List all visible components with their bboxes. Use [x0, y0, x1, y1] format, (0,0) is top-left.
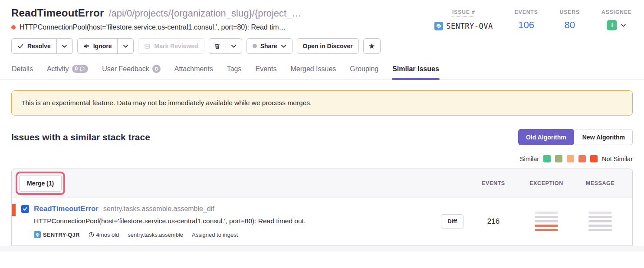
exception-similarity-bars [535, 212, 558, 231]
chevron-down-icon [62, 43, 67, 49]
ignore-button[interactable]: Ignore [77, 38, 118, 54]
share-button[interactable]: Share [246, 38, 292, 54]
page-background-strip [0, 246, 644, 251]
delete-button[interactable] [209, 38, 226, 54]
table-header: Merge (1) EVENTS EXCEPTION MESSAGE [12, 169, 632, 198]
chevron-down-icon [123, 43, 128, 49]
row-issue-culprit: sentry.tasks.assemble.assemble_dif [103, 205, 214, 213]
events-label: EVENTS [515, 9, 538, 15]
similar-issue-row: ReadTimeoutError sentry.tasks.assemble.a… [12, 198, 632, 246]
tab-events[interactable]: Events [255, 61, 277, 79]
issue-subtitle: HTTPConnectionPool(host='filestore.servi… [20, 23, 286, 31]
resolve-dropdown-button[interactable] [57, 38, 73, 54]
issue-stats: ISSUE # SENTRY-QVA EVENTS 106 USERS 80 A… [434, 7, 632, 32]
stat-users: USERS 80 [560, 8, 580, 32]
python-icon [34, 231, 41, 238]
mark-reviewed-button[interactable]: Mark Reviewed [138, 38, 204, 54]
column-header-message: MESSAGE [573, 180, 627, 186]
bookmark-button[interactable]: ★ [363, 38, 381, 54]
similar-issues-table: Merge (1) EVENTS EXCEPTION MESSAGE ReadT… [11, 169, 633, 246]
users-label: USERS [560, 9, 580, 15]
stat-issue-id: ISSUE # SENTRY-QVA [434, 8, 493, 32]
legend-swatch-5 [590, 155, 598, 162]
row-short-id: SENTRY-QJR [34, 231, 80, 238]
clock-icon [89, 232, 94, 238]
events-count-link[interactable]: 106 [515, 20, 538, 31]
assignee-selector[interactable]: I [607, 20, 626, 30]
section-heading: Issues with a similar stack trace [11, 132, 150, 142]
row-age: 4mos old [89, 232, 119, 238]
tab-attachments[interactable]: Attachments [174, 61, 214, 79]
annotation-highlight: Merge (1) [16, 172, 65, 195]
delete-dropdown-button[interactable] [226, 38, 242, 54]
legend-swatch-4 [578, 155, 586, 162]
experimental-feature-alert: This is an experimental feature. Data ma… [11, 90, 633, 116]
chevron-down-icon [621, 23, 626, 28]
tab-tags[interactable]: Tags [227, 61, 242, 79]
open-in-discover-button[interactable]: Open in Discover [297, 38, 359, 54]
tab-similar-issues[interactable]: Similar Issues [392, 61, 440, 79]
stat-events: EVENTS 106 [515, 8, 538, 32]
merge-button[interactable]: Merge (1) [19, 175, 62, 192]
row-location: sentry.tasks.assemble [128, 232, 183, 238]
tab-details[interactable]: Details [11, 61, 33, 79]
open-in-discover-label: Open in Discover [303, 43, 353, 50]
mark-reviewed-label: Mark Reviewed [154, 43, 198, 50]
assignee-avatar: I [607, 20, 617, 30]
row-assignment: Assigned to ingest [192, 232, 238, 238]
chevron-down-icon [281, 43, 286, 49]
old-algorithm-button[interactable]: Old Algorithm [518, 129, 574, 145]
check-icon [17, 43, 24, 50]
row-short-id-label: SENTRY-QJR [43, 232, 80, 238]
stat-assignee: ASSIGNEE I [601, 8, 632, 32]
row-issue-title-link[interactable]: ReadTimeoutError [34, 205, 99, 213]
user-feedback-count-badge: 0 [152, 65, 161, 73]
legend-not-similar-label: Not Similar [602, 156, 633, 162]
tab-activity[interactable]: Activity 0 [46, 61, 89, 79]
resolve-button[interactable]: Resolve [11, 38, 57, 54]
assignee-label: ASSIGNEE [601, 9, 632, 15]
ignore-dropdown-button[interactable] [118, 38, 134, 54]
action-toolbar: Resolve Ignore Mark Reviewed Share Open … [11, 38, 633, 54]
row-events-count: 216 [467, 217, 519, 226]
chevron-down-icon [231, 43, 237, 49]
comment-bubble-icon [79, 66, 85, 72]
algorithm-toggle: Old Algorithm New Algorithm [518, 129, 633, 145]
issue-short-id[interactable]: SENTRY-QVA [446, 22, 493, 30]
issue-tabs: Details Activity 0 User Feedback 0 Attac… [0, 61, 644, 80]
legend-swatch-1 [543, 155, 551, 162]
trash-icon [214, 43, 220, 50]
row-issue-message: HTTPConnectionPool(host='filestore.servi… [34, 217, 437, 225]
issue-culprit: /api/0/projects/{organization_slug}/{pro… [108, 8, 301, 19]
column-header-exception: EXCEPTION [519, 180, 573, 186]
similarity-score-bar [12, 204, 16, 216]
tab-user-feedback[interactable]: User Feedback 0 [102, 61, 161, 79]
diff-button[interactable]: Diff [441, 214, 463, 228]
column-header-events: EVENTS [467, 180, 519, 186]
archive-icon [144, 43, 151, 50]
tab-merged-issues[interactable]: Merged Issues [290, 61, 336, 79]
alert-text: This is an experimental feature. Data ma… [21, 99, 312, 106]
python-icon [434, 22, 443, 30]
share-label: Share [260, 43, 277, 50]
legend-similar-label: Similar [520, 156, 539, 162]
mute-icon [83, 43, 90, 50]
issue-title: ReadTimeoutError [11, 7, 104, 19]
ignore-label: Ignore [93, 43, 112, 50]
tab-grouping[interactable]: Grouping [349, 61, 379, 79]
resolve-label: Resolve [27, 43, 51, 50]
similarity-legend: Similar Not Similar [11, 155, 633, 162]
legend-swatch-3 [567, 155, 574, 162]
issue-header: ReadTimeoutError /api/0/projects/{organi… [0, 0, 644, 32]
new-algorithm-button[interactable]: New Algorithm [572, 129, 633, 145]
message-similarity-bars [588, 212, 612, 231]
issue-number-label: ISSUE # [452, 9, 475, 17]
users-count-link[interactable]: 80 [560, 20, 580, 31]
legend-swatch-2 [555, 155, 562, 162]
activity-count-badge: 0 [72, 65, 89, 73]
star-icon: ★ [368, 43, 375, 50]
error-level-dot [11, 25, 16, 30]
row-age-label: 4mos old [96, 232, 119, 238]
share-status-dot-icon [253, 44, 257, 48]
row-checkbox[interactable] [21, 205, 29, 213]
